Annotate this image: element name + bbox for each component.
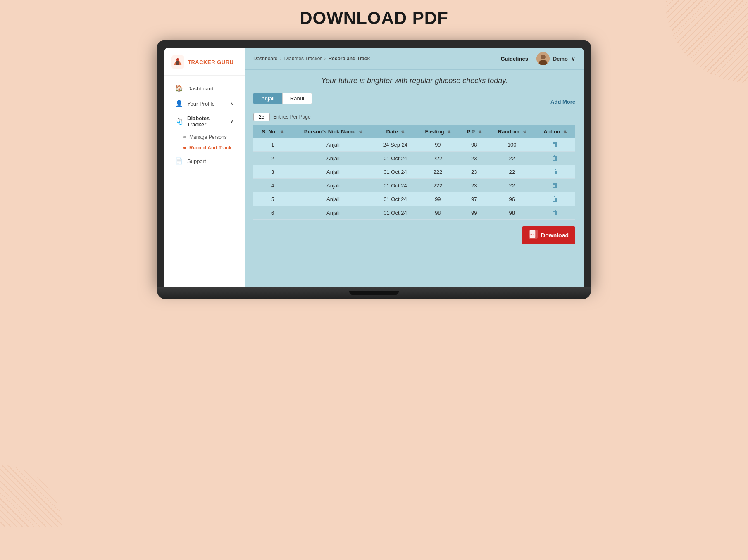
cell-nick-name: Anjali (292, 165, 374, 179)
sidebar-label-diabetes-tracker: Diabetes Tracker (187, 115, 226, 128)
cell-fasting: 98 (416, 206, 459, 220)
cell-fasting: 222 (416, 179, 459, 192)
delete-icon[interactable]: 🗑 (552, 154, 558, 161)
motivational-text: Your future is brighter with regular glu… (253, 76, 575, 85)
col-action[interactable]: Action ⇅ (535, 125, 576, 138)
sort-date-icon: ⇅ (401, 130, 404, 134)
manage-persons-dot (183, 136, 186, 138)
cell-action: 🗑 (535, 179, 576, 192)
cell-pp: 23 (460, 179, 489, 192)
breadcrumb-sep-1: › (280, 56, 282, 62)
diabetes-submenu: Manage Persons Record And Track (164, 132, 245, 153)
logo-icon (171, 55, 184, 69)
sort-sno-icon: ⇅ (280, 130, 283, 134)
cell-nick-name: Anjali (292, 152, 374, 165)
sidebar-item-your-profile[interactable]: 👤 Your Profile ∨ (168, 96, 241, 111)
sidebar-item-support[interactable]: 📄 Support (168, 154, 241, 168)
delete-icon[interactable]: 🗑 (552, 209, 558, 216)
col-sno[interactable]: S. No. ⇅ (253, 125, 292, 138)
col-fasting[interactable]: Fasting ⇅ (416, 125, 459, 138)
cell-random: 100 (489, 138, 535, 152)
user-menu[interactable]: Demo ∨ (536, 52, 575, 65)
cell-random: 22 (489, 165, 535, 179)
guidelines-button[interactable]: Guidelines (500, 56, 528, 62)
svg-point-3 (176, 58, 179, 61)
delete-icon[interactable]: 🗑 (552, 195, 558, 202)
cell-action: 🗑 (535, 152, 576, 165)
cell-sno: 3 (253, 165, 292, 179)
cell-action: 🗑 (535, 192, 576, 206)
table-row: 3Anjali01 Oct 242222322🗑 (253, 165, 575, 179)
sidebar-nav: 🏠 Dashboard 👤 Your Profile ∨ 🩺 Diabetes … (164, 76, 245, 287)
breadcrumb-record-track: Record and Track (328, 56, 370, 62)
cell-date: 01 Oct 24 (374, 206, 416, 220)
cell-date: 01 Oct 24 (374, 192, 416, 206)
cell-nick-name: Anjali (292, 206, 374, 220)
sidebar-label-record-and-track: Record And Track (189, 145, 231, 151)
sidebar-item-manage-persons[interactable]: Manage Persons (176, 132, 245, 142)
cell-pp: 97 (460, 192, 489, 206)
add-more-button[interactable]: Add More (550, 99, 575, 105)
sidebar-item-record-and-track[interactable]: Record And Track (176, 142, 245, 153)
entries-per-page-input[interactable] (253, 113, 270, 121)
sidebar-item-dashboard[interactable]: 🏠 Dashboard (168, 81, 241, 96)
cell-action: 🗑 (535, 138, 576, 152)
page-body: Your future is brighter with regular glu… (245, 70, 584, 287)
cell-date: 24 Sep 24 (374, 138, 416, 152)
sidebar-item-diabetes-tracker[interactable]: 🩺 Diabetes Tracker ∧ (168, 112, 241, 131)
col-date[interactable]: Date ⇅ (374, 125, 416, 138)
cell-random: 98 (489, 206, 535, 220)
table-row: 4Anjali01 Oct 242222322🗑 (253, 179, 575, 192)
record-track-dot (183, 147, 186, 149)
cell-action: 🗑 (535, 165, 576, 179)
cell-date: 01 Oct 24 (374, 179, 416, 192)
tab-rahul[interactable]: Rahul (282, 93, 312, 104)
cell-nick-name: Anjali (292, 138, 374, 152)
col-nick-name[interactable]: Person's Nick Name ⇅ (292, 125, 374, 138)
cell-sno: 4 (253, 179, 292, 192)
breadcrumb: Dashboard › Diabetes Tracker › Record an… (253, 56, 370, 62)
sort-action-icon: ⇅ (563, 130, 567, 134)
col-random[interactable]: Random ⇅ (489, 125, 535, 138)
cell-random: 22 (489, 152, 535, 165)
tab-anjali[interactable]: Anjali (253, 93, 282, 104)
header-row: Anjali Rahul Add More (253, 93, 575, 111)
pdf-icon: PDF (529, 230, 538, 241)
breadcrumb-dashboard[interactable]: Dashboard (253, 56, 278, 62)
table-controls: Entries Per Page (253, 113, 575, 121)
sort-pp-icon: ⇅ (478, 130, 481, 134)
cell-date: 01 Oct 24 (374, 152, 416, 165)
diabetes-chevron-icon: ∧ (231, 119, 234, 124)
cell-sno: 6 (253, 206, 292, 220)
cell-pp: 99 (460, 206, 489, 220)
profile-chevron-icon: ∨ (231, 101, 234, 107)
sidebar-logo: TRACKER GURU (164, 48, 245, 76)
table-body: 1Anjali24 Sep 249998100🗑2Anjali01 Oct 24… (253, 138, 575, 220)
col-pp[interactable]: P.P ⇅ (460, 125, 489, 138)
diabetes-tracker-icon: 🩺 (175, 118, 183, 125)
sidebar-label-dashboard: Dashboard (187, 85, 214, 92)
breadcrumb-diabetes-tracker[interactable]: Diabetes Tracker (284, 56, 322, 62)
laptop-shell: TRACKER GURU 🏠 Dashboard 👤 Your Profile … (157, 40, 591, 299)
laptop-screen-inner: TRACKER GURU 🏠 Dashboard 👤 Your Profile … (164, 48, 584, 287)
cell-pp: 23 (460, 152, 489, 165)
dashboard-icon: 🏠 (175, 85, 183, 92)
sort-random-icon: ⇅ (523, 130, 526, 134)
table-row: 5Anjali01 Oct 24999796🗑 (253, 192, 575, 206)
svg-text:PDF: PDF (531, 233, 535, 236)
sidebar-label-your-profile: Your Profile (187, 101, 215, 107)
cell-random: 96 (489, 192, 535, 206)
table-header: S. No. ⇅ Person's Nick Name ⇅ Date ⇅ (253, 125, 575, 138)
download-button[interactable]: PDF Download (522, 226, 575, 244)
user-chevron-icon: ∨ (571, 56, 575, 62)
sort-nick-icon: ⇅ (359, 130, 362, 134)
download-section: PDF Download (253, 220, 575, 246)
main-content: Dashboard › Diabetes Tracker › Record an… (245, 48, 584, 287)
delete-icon[interactable]: 🗑 (552, 182, 558, 189)
delete-icon[interactable]: 🗑 (552, 141, 558, 148)
entries-control: Entries Per Page (253, 113, 311, 121)
cell-nick-name: Anjali (292, 179, 374, 192)
sidebar-label-support: Support (187, 158, 206, 164)
table-row: 6Anjali01 Oct 24989998🗑 (253, 206, 575, 220)
delete-icon[interactable]: 🗑 (552, 168, 558, 175)
